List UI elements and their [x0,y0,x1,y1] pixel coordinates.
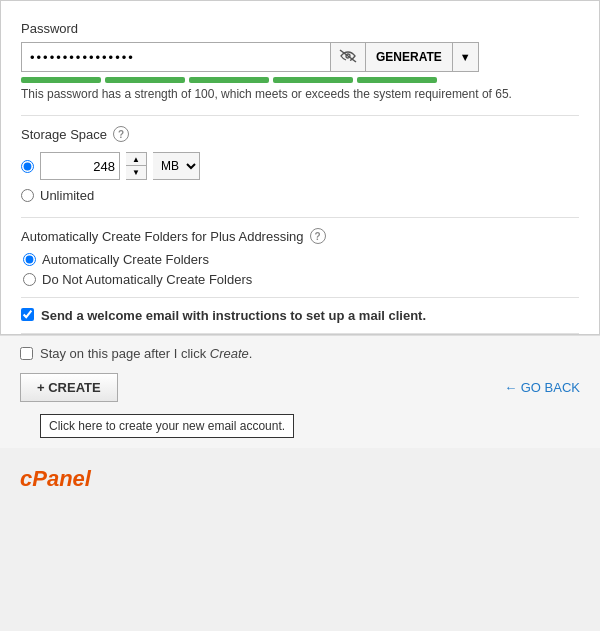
strength-bar-3 [189,77,269,83]
welcome-email-checkbox[interactable] [21,308,34,321]
storage-label: Storage Space [21,127,107,142]
storage-spinner: ▲ ▼ [126,152,147,180]
generate-button[interactable]: GENERATE [366,42,453,72]
generate-dropdown-button[interactable]: ▼ [453,42,479,72]
auto-folder-no-row: Do Not Automatically Create Folders [23,272,579,287]
go-back-button[interactable]: ← GO BACK [504,380,580,395]
auto-folder-no-radio[interactable] [23,273,36,286]
stay-on-page-text: Stay on this page after I click Create. [40,346,252,361]
auto-folder-section: Automatically Create Folders for Plus Ad… [21,228,579,287]
strength-bars [21,77,579,83]
storage-label-row: Storage Space ? [21,126,579,142]
auto-folder-help-icon[interactable]: ? [310,228,326,244]
password-label: Password [21,21,579,36]
cpanel-logo: cPanel [0,458,600,500]
storage-help-icon[interactable]: ? [113,126,129,142]
stay-on-page-row: Stay on this page after I click Create. [20,346,580,361]
storage-unit-select[interactable]: MB GB [153,152,200,180]
cpanel-logo-text: cPanel [20,466,91,491]
divider-2 [21,217,579,218]
storage-mb-row: ▲ ▼ MB GB [21,152,579,180]
stay-on-page-checkbox[interactable] [20,347,33,360]
storage-mb-radio[interactable] [21,160,34,173]
strength-bar-2 [105,77,185,83]
tooltip-text: Click here to create your new email acco… [40,414,294,438]
main-panel: Password GENERATE ▼ [0,0,600,335]
divider-1 [21,115,579,116]
footer-section: Stay on this page after I click Create. … [0,335,600,448]
password-section: Password GENERATE ▼ [21,21,579,101]
strength-bar-5 [357,77,437,83]
unlimited-row: Unlimited [21,188,579,203]
auto-folder-label-row: Automatically Create Folders for Plus Ad… [21,228,579,244]
storage-number-input[interactable] [40,152,120,180]
eye-toggle-button[interactable] [331,42,366,72]
auto-folder-no-label: Do Not Automatically Create Folders [42,272,252,287]
auto-folder-label: Automatically Create Folders for Plus Ad… [21,229,304,244]
storage-spin-down[interactable]: ▼ [126,166,146,179]
dropdown-arrow-icon: ▼ [460,51,471,63]
auto-folder-yes-label: Automatically Create Folders [42,252,209,267]
unlimited-radio[interactable] [21,189,34,202]
tooltip-container: Click here to create your new email acco… [40,408,580,438]
auto-folder-yes-row: Automatically Create Folders [23,252,579,267]
eye-off-icon [339,49,357,66]
welcome-email-row: Send a welcome email with instructions t… [21,297,579,334]
password-input[interactable] [21,42,331,72]
password-field-row: GENERATE ▼ [21,42,579,72]
strength-bar-4 [273,77,353,83]
strength-bar-1 [21,77,101,83]
auto-folder-yes-radio[interactable] [23,253,36,266]
action-row: + CREATE ← GO BACK [20,373,580,402]
welcome-email-text: Send a welcome email with instructions t… [41,308,426,323]
storage-section: Storage Space ? ▲ ▼ MB GB Unlimited [21,126,579,203]
storage-spin-up[interactable]: ▲ [126,153,146,166]
create-button[interactable]: + CREATE [20,373,118,402]
strength-text: This password has a strength of 100, whi… [21,87,579,101]
unlimited-label: Unlimited [40,188,94,203]
